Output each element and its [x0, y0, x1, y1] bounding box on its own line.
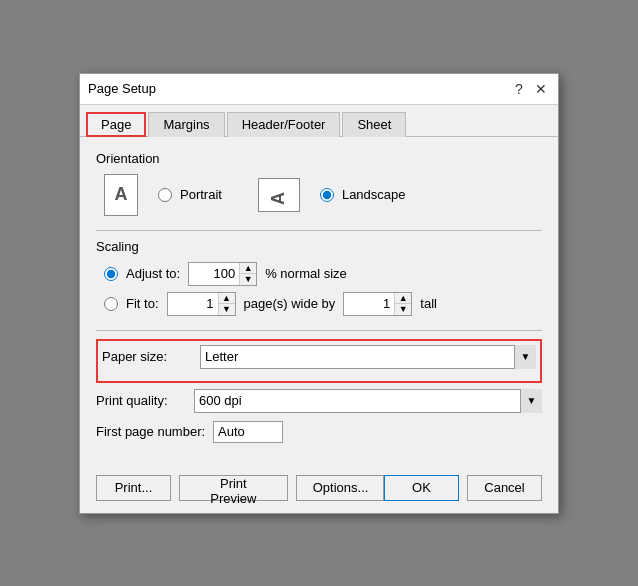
tab-margins[interactable]: Margins	[148, 112, 224, 137]
fit-radio[interactable]	[104, 297, 118, 311]
tab-bar: Page Margins Header/Footer Sheet	[80, 105, 558, 137]
fit-tall-spin-buttons: ▲ ▼	[394, 293, 411, 315]
close-button[interactable]: ✕	[532, 80, 550, 98]
adjust-label: Adjust to:	[126, 266, 180, 281]
adjust-to-row: Adjust to: ▲ ▼ % normal size	[96, 262, 542, 286]
fit-wide-spinner: ▲ ▼	[167, 292, 236, 316]
orientation-label: Orientation	[96, 151, 542, 166]
first-page-label: First page number:	[96, 424, 205, 439]
print-quality-row: Print quality: 600 dpi 300 dpi 150 dpi ▼	[96, 389, 542, 413]
fit-wide-input[interactable]	[168, 293, 218, 315]
fit-tall-down-btn[interactable]: ▼	[395, 304, 411, 315]
fit-wide-up-btn[interactable]: ▲	[219, 293, 235, 304]
portrait-radio[interactable]	[158, 188, 172, 202]
wide-label: page(s) wide by	[244, 296, 336, 311]
portrait-option[interactable]: Portrait	[158, 187, 222, 202]
print-button[interactable]: Print...	[96, 475, 171, 501]
bottom-left-buttons: Print... Print Preview Options...	[96, 475, 384, 501]
divider-2	[96, 330, 542, 331]
help-button[interactable]: ?	[510, 80, 528, 98]
fit-wide-down-btn[interactable]: ▼	[219, 304, 235, 315]
adjust-spinner: ▲ ▼	[188, 262, 257, 286]
paper-size-select[interactable]: Letter Legal A4 A3 Executive	[200, 345, 536, 369]
bottom-buttons: Print... Print Preview Options... OK Can…	[80, 465, 558, 513]
fit-wide-spin-buttons: ▲ ▼	[218, 293, 235, 315]
fit-tall-input[interactable]	[344, 293, 394, 315]
scaling-section: Scaling Adjust to: ▲ ▼ % normal size Fit…	[96, 239, 542, 316]
tab-header-footer[interactable]: Header/Footer	[227, 112, 341, 137]
fit-tall-spinner: ▲ ▼	[343, 292, 412, 316]
adjust-spin-buttons: ▲ ▼	[239, 263, 256, 285]
fit-tall-up-btn[interactable]: ▲	[395, 293, 411, 304]
percent-label: % normal size	[265, 266, 347, 281]
tab-content: Orientation A Portrait A Landsca	[80, 137, 558, 465]
paper-size-label: Paper size:	[102, 349, 192, 364]
first-page-row: First page number:	[96, 421, 542, 443]
landscape-icon: A	[258, 178, 300, 212]
ok-button[interactable]: OK	[384, 475, 459, 501]
print-preview-button[interactable]: Print Preview	[179, 475, 288, 501]
orientation-row: A Portrait A Landscape	[104, 174, 542, 216]
landscape-option[interactable]: Landscape	[320, 187, 406, 202]
first-page-input[interactable]	[213, 421, 283, 443]
portrait-icon: A	[104, 174, 138, 216]
print-quality-label: Print quality:	[96, 393, 186, 408]
fit-to-row: Fit to: ▲ ▼ page(s) wide by ▲ ▼ ta	[96, 292, 542, 316]
paper-size-wrapper: Letter Legal A4 A3 Executive ▼	[200, 345, 536, 369]
print-quality-select[interactable]: 600 dpi 300 dpi 150 dpi	[194, 389, 542, 413]
adjust-radio[interactable]	[104, 267, 118, 281]
fit-label: Fit to:	[126, 296, 159, 311]
page-setup-dialog: Page Setup ? ✕ Page Margins Header/Foote…	[79, 73, 559, 514]
orientation-section: Orientation A Portrait A Landsca	[96, 151, 542, 216]
cancel-button[interactable]: Cancel	[467, 475, 542, 501]
bottom-right-buttons: OK Cancel	[384, 475, 542, 501]
paper-size-row: Paper size: Letter Legal A4 A3 Executive…	[102, 345, 536, 369]
adjust-down-btn[interactable]: ▼	[240, 274, 256, 285]
scaling-label: Scaling	[96, 239, 542, 254]
tab-sheet[interactable]: Sheet	[342, 112, 406, 137]
paper-size-highlighted: Paper size: Letter Legal A4 A3 Executive…	[96, 339, 542, 383]
landscape-radio[interactable]	[320, 188, 334, 202]
tall-label: tall	[420, 296, 437, 311]
dialog-title: Page Setup	[88, 81, 156, 96]
options-button[interactable]: Options...	[296, 475, 384, 501]
adjust-input[interactable]	[189, 263, 239, 285]
adjust-up-btn[interactable]: ▲	[240, 263, 256, 274]
tab-page[interactable]: Page	[86, 112, 146, 137]
divider-1	[96, 230, 542, 231]
title-bar: Page Setup ? ✕	[80, 74, 558, 105]
title-bar-buttons: ? ✕	[510, 80, 550, 98]
print-quality-wrapper: 600 dpi 300 dpi 150 dpi ▼	[194, 389, 542, 413]
